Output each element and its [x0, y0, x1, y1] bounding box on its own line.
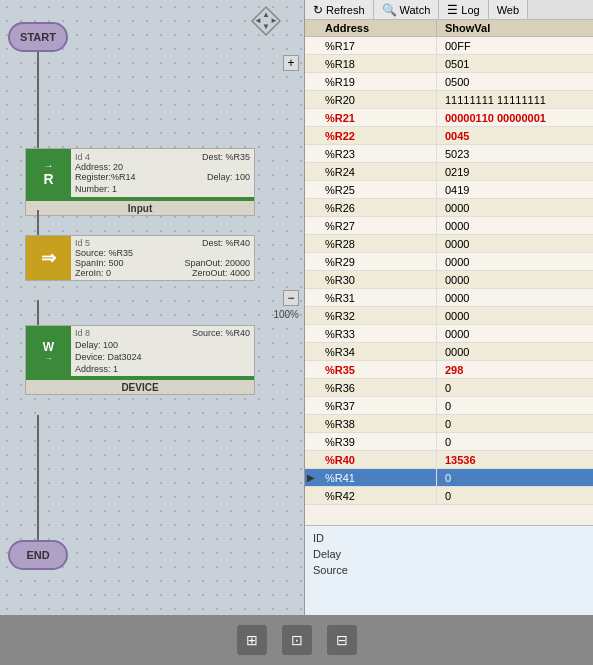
- diagram-canvas[interactable]: ▲ ▼ ◄ ► START → R: [0, 0, 304, 615]
- table-row-r18[interactable]: %R180501: [305, 55, 593, 73]
- table-row-r31[interactable]: %R310000: [305, 289, 593, 307]
- row-indicator-r36: [305, 379, 317, 396]
- cell-address-r38: %R38: [317, 415, 437, 432]
- cell-value-r35: 298: [437, 361, 593, 378]
- cell-address-r17: %R17: [317, 37, 437, 54]
- table-row-r19[interactable]: %R190500: [305, 73, 593, 91]
- scale-node[interactable]: ⇒ Id 5 Dest: %R40 Source: %R35 SpanIn: 5…: [25, 235, 255, 281]
- end-node[interactable]: END: [8, 540, 68, 570]
- log-label: Log: [461, 4, 479, 16]
- table-row-r39[interactable]: %R390: [305, 433, 593, 451]
- scale-source: Source: %R35: [75, 248, 133, 258]
- prop-id: ID: [313, 530, 585, 546]
- table-row-r22[interactable]: %R220045: [305, 127, 593, 145]
- cell-value-r20: 11111111 11111111: [437, 91, 593, 108]
- row-indicator-r21: [305, 109, 317, 126]
- refresh-button[interactable]: ↻ Refresh: [305, 0, 374, 19]
- table-row-r27[interactable]: %R270000: [305, 217, 593, 235]
- cell-address-r35: %R35: [317, 361, 437, 378]
- bottom-icon-3: ⊟: [327, 625, 357, 655]
- cell-address-r23: %R23: [317, 145, 437, 162]
- row-indicator-r18: [305, 55, 317, 72]
- table-row-r21[interactable]: %R2100000110 00000001: [305, 109, 593, 127]
- device-node[interactable]: W → Id 8 Source: %R40 Delay: 100: [25, 325, 255, 395]
- row-indicator-r19: [305, 73, 317, 90]
- table-row-r38[interactable]: %R380: [305, 415, 593, 433]
- table-row-r32[interactable]: %R320000: [305, 307, 593, 325]
- table-row-r41[interactable]: ▶%R410: [305, 469, 593, 487]
- cell-value-r36: 0: [437, 379, 593, 396]
- table-row-r34[interactable]: %R340000: [305, 343, 593, 361]
- row-indicator-r24: [305, 163, 317, 180]
- input-icon-label: R: [43, 171, 53, 187]
- table-row-r30[interactable]: %R300000: [305, 271, 593, 289]
- nav-diamond[interactable]: ▲ ▼ ◄ ►: [250, 5, 282, 37]
- cell-address-r22: %R22: [317, 127, 437, 144]
- zoom-plus-button[interactable]: +: [283, 55, 299, 71]
- input-detail-addr: Address: 20: [75, 162, 123, 172]
- row-indicator-r20: [305, 91, 317, 108]
- bottom-icon-2: ⊡: [282, 625, 312, 655]
- table-row-r37[interactable]: %R370: [305, 397, 593, 415]
- table-row-r28[interactable]: %R280000: [305, 235, 593, 253]
- right-panel: ↻ Refresh 🔍 Watch ☰ Log Web Address Show…: [305, 0, 593, 615]
- input-node[interactable]: → R Id 4 Dest: %R35 Address: 20: [25, 148, 255, 216]
- table-row-r25[interactable]: %R250419: [305, 181, 593, 199]
- device-node-id: Id 8: [75, 328, 90, 338]
- row-indicator-r27: [305, 217, 317, 234]
- cell-value-r17: 00FF: [437, 37, 593, 54]
- cell-address-r36: %R36: [317, 379, 437, 396]
- main-container: ▲ ▼ ◄ ► START → R: [0, 0, 593, 615]
- row-indicator-r37: [305, 397, 317, 414]
- cell-address-r41: %R41: [317, 469, 437, 486]
- input-detail-num: Number: 1: [75, 184, 117, 194]
- web-button[interactable]: Web: [489, 0, 528, 19]
- table-row-r35[interactable]: %R35298: [305, 361, 593, 379]
- table-row-r42[interactable]: %R420: [305, 487, 593, 505]
- cell-address-r42: %R42: [317, 487, 437, 504]
- zoom-minus-button[interactable]: −: [283, 290, 299, 306]
- table-row-r23[interactable]: %R235023: [305, 145, 593, 163]
- start-node[interactable]: START: [8, 22, 68, 52]
- table-row-r29[interactable]: %R290000: [305, 253, 593, 271]
- row-indicator-r28: [305, 235, 317, 252]
- scale-zeroout: ZeroOut: 4000: [192, 268, 250, 278]
- row-indicator-r17: [305, 37, 317, 54]
- cell-value-r34: 0000: [437, 343, 593, 360]
- col-showval-header: ShowVal: [437, 20, 593, 36]
- table-row-r36[interactable]: %R360: [305, 379, 593, 397]
- end-label: END: [26, 549, 49, 561]
- cell-address-r20: %R20: [317, 91, 437, 108]
- row-indicator-r32: [305, 307, 317, 324]
- table-row-r24[interactable]: %R240219: [305, 163, 593, 181]
- table-row-r26[interactable]: %R260000: [305, 199, 593, 217]
- cell-address-r39: %R39: [317, 433, 437, 450]
- refresh-icon: ↻: [313, 3, 323, 17]
- zoom-indicator: 100%: [273, 309, 299, 320]
- row-indicator-r29: [305, 253, 317, 270]
- table-row-r33[interactable]: %R330000: [305, 325, 593, 343]
- cell-value-r24: 0219: [437, 163, 593, 180]
- cell-value-r33: 0000: [437, 325, 593, 342]
- table-row-r17[interactable]: %R1700FF: [305, 37, 593, 55]
- row-indicator-r33: [305, 325, 317, 342]
- toolbar: ↻ Refresh 🔍 Watch ☰ Log Web: [305, 0, 593, 20]
- cell-value-r29: 0000: [437, 253, 593, 270]
- device-address: Address: 1: [75, 364, 118, 374]
- table-row-r20[interactable]: %R2011111111 11111111: [305, 91, 593, 109]
- prop-source: Source: [313, 562, 585, 578]
- cell-address-r28: %R28: [317, 235, 437, 252]
- data-table[interactable]: Address ShowVal %R1700FF%R180501%R190500…: [305, 20, 593, 525]
- scale-node-id: Id 5: [75, 238, 90, 248]
- cell-value-r30: 0000: [437, 271, 593, 288]
- svg-text:▲: ▲: [262, 10, 270, 19]
- row-indicator-r38: [305, 415, 317, 432]
- row-indicator-r42: [305, 487, 317, 504]
- row-indicator-r31: [305, 289, 317, 306]
- cell-value-r40: 13536: [437, 451, 593, 468]
- scale-node-icon: ⇒: [26, 236, 71, 280]
- log-button[interactable]: ☰ Log: [439, 0, 488, 19]
- scale-spanout: SpanOut: 20000: [184, 258, 250, 268]
- watch-button[interactable]: 🔍 Watch: [374, 0, 440, 19]
- table-row-r40[interactable]: %R4013536: [305, 451, 593, 469]
